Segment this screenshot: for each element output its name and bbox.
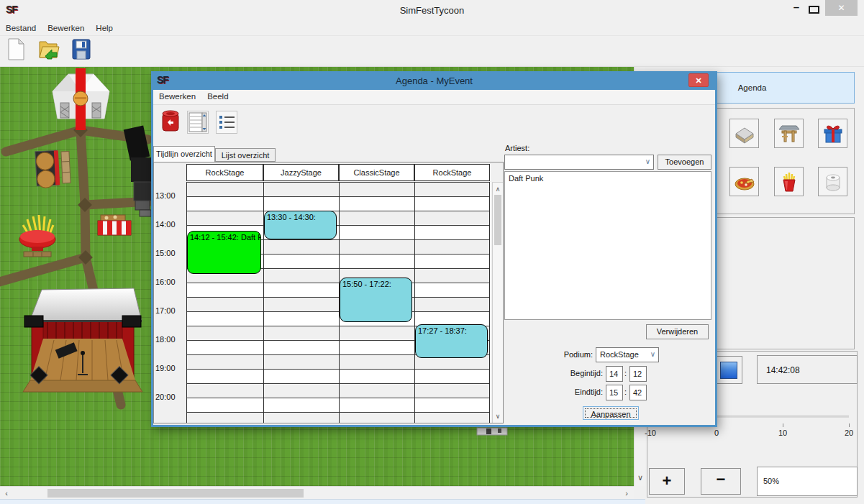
scroll-right-icon[interactable]: ›	[622, 487, 632, 499]
timeline-event[interactable]: 14:12 - 15:42: Daft Punk	[187, 231, 261, 274]
main-menu-help[interactable]: Help	[90, 22, 119, 32]
tab-tijdlijn-overzicht[interactable]: Tijdlijn overzicht	[153, 146, 215, 162]
new-file-button[interactable]	[4, 37, 29, 65]
main-menu-bewerken[interactable]: Bewerken	[42, 22, 90, 32]
begin-minute-field[interactable]: 12	[629, 366, 647, 382]
time-label-1800: 18:00	[155, 335, 184, 344]
path-tile-icon	[733, 122, 756, 145]
end-minute-field[interactable]: 42	[629, 385, 647, 400]
column-header-rockstage: RockStage	[414, 164, 490, 181]
zoom-value-field[interactable]: 50%	[757, 467, 858, 496]
podium-combo-value: RockStage	[600, 350, 639, 359]
new-file-icon	[6, 37, 27, 62]
save-file-button[interactable]	[69, 37, 94, 65]
column-header-jazzystage: JazzyStage	[263, 164, 339, 181]
podium-combobox[interactable]: RockStage ∨	[596, 347, 659, 362]
timeline-grid-body[interactable]: 14:12 - 15:42: Daft Punk13:30 - 14:30:15…	[186, 182, 490, 423]
blue-square-icon	[720, 362, 737, 379]
podium-label: Podium:	[563, 350, 593, 359]
timeline-view-button[interactable]	[187, 111, 209, 134]
blue-square-button[interactable]	[715, 356, 742, 384]
chevron-down-icon: ∨	[650, 350, 655, 358]
grid-vertical-scrollbar[interactable]: ∧ ∨	[492, 182, 504, 423]
item-fries-button[interactable]	[774, 167, 804, 196]
column-header-classicstage: ClassicStage	[339, 164, 414, 181]
zoom-out-button[interactable]: −	[701, 468, 741, 495]
timeline-event[interactable]: 15:50 - 17:22:	[340, 278, 412, 321]
fries-stand	[19, 215, 55, 257]
zoom-in-button[interactable]: +	[649, 468, 685, 495]
artist-label: Artiest:	[505, 144, 529, 152]
timeline-event[interactable]: 17:27 - 18:37:	[415, 324, 488, 358]
scroll-down-icon[interactable]: ∨	[635, 472, 646, 483]
time-label-1500: 15:00	[155, 249, 184, 257]
apply-button[interactable]: Aanpassen	[583, 406, 639, 420]
item-path-tile-button[interactable]	[729, 119, 759, 148]
window-title: SimFestTycoon	[0, 5, 864, 16]
simfesttycoon-window: SF SimFestTycoon – ✕ BestandBewerkenHelp	[0, 0, 864, 504]
begin-hour-field[interactable]: 14	[606, 366, 623, 382]
grid-scroll-down-icon[interactable]: ∨	[493, 411, 503, 422]
chevron-down-icon: ∨	[645, 157, 650, 165]
pizza-icon	[733, 170, 756, 193]
column-header-rockstage: RockStage	[186, 164, 263, 181]
map-horizontal-scrollbar[interactable]: ‹ ›	[0, 486, 634, 499]
artist-combobox[interactable]: ∨	[504, 155, 654, 170]
slider-tick-label: 0	[706, 429, 727, 437]
main-menu-bestand[interactable]: Bestand	[0, 22, 42, 32]
item-gift-button[interactable]	[818, 119, 847, 148]
item-pizza-button[interactable]	[729, 167, 759, 196]
time-label-1600: 16:00	[155, 278, 184, 286]
begin-time-label: Begintijd:	[563, 369, 603, 377]
remove-artist-button[interactable]: Verwijderen	[646, 324, 709, 339]
small-stand	[477, 428, 507, 435]
end-hour-field[interactable]: 15	[606, 385, 623, 400]
grid-column-line	[489, 182, 490, 423]
slider-tick	[849, 423, 850, 427]
save-file-icon	[71, 37, 91, 62]
dialog-titlebar[interactable]: SF Agenda - MyEvent ✕	[151, 71, 717, 90]
slider-tick-label: 10	[772, 429, 793, 437]
list-view-button[interactable]	[216, 111, 237, 134]
close-button[interactable]: ✕	[825, 0, 858, 16]
tab-lijst-overzicht[interactable]: Lijst overzicht	[215, 148, 276, 162]
striped-stand	[98, 215, 131, 235]
time-label-1300: 13:00	[155, 191, 184, 200]
map-hscroll-thumb[interactable]	[47, 489, 304, 498]
item-stage-gate-button[interactable]	[774, 119, 804, 148]
slider-tick	[783, 423, 783, 427]
toilet-paper-icon	[822, 170, 845, 193]
slider-tick-label: 20	[838, 429, 860, 437]
artist-listbox[interactable]: Daft Punk	[504, 171, 711, 320]
open-file-button[interactable]	[37, 37, 61, 65]
sim-clock: 14:42:08	[757, 355, 858, 384]
main-toolbar	[0, 36, 864, 67]
scroll-left-icon[interactable]: ‹	[1, 487, 12, 499]
tent-stand	[53, 68, 109, 130]
timeline-event[interactable]: 13:30 - 14:30:	[264, 211, 337, 239]
add-artist-button[interactable]: Toevoegen	[658, 155, 711, 170]
dialog-menu-bewerken[interactable]: Bewerken	[153, 90, 201, 101]
trash-icon	[161, 109, 180, 134]
dialog-title: Agenda - MyEvent	[151, 75, 717, 86]
stage-gate-icon	[778, 122, 801, 145]
maximize-button[interactable]	[809, 6, 819, 14]
delete-trash-button[interactable]	[160, 109, 181, 134]
dialog-close-button[interactable]: ✕	[688, 73, 709, 87]
list-view-icon	[217, 112, 236, 132]
dialog-menu-beeld[interactable]: Beeld	[201, 90, 234, 101]
item-toilet-paper-button[interactable]	[818, 167, 847, 196]
end-time-label: Eindtijd:	[563, 388, 603, 396]
grid-scroll-thumb[interactable]	[494, 195, 501, 245]
gift-icon	[822, 122, 845, 145]
begin-time-separator: :	[624, 369, 627, 377]
artist-list-item[interactable]: Daft Punk	[505, 172, 711, 183]
apply-button-label: Aanpassen	[585, 408, 637, 418]
main-titlebar: SF SimFestTycoon – ✕	[0, 0, 864, 22]
open-file-icon	[38, 37, 60, 62]
time-label-2000: 20:00	[155, 393, 184, 401]
minimize-button[interactable]: –	[790, 1, 803, 13]
timeline-grid[interactable]: 14:12 - 15:42: Daft Punk13:30 - 14:30:15…	[153, 162, 504, 423]
grid-scroll-up-icon[interactable]: ∧	[493, 183, 503, 195]
grid-column-line	[414, 182, 415, 423]
